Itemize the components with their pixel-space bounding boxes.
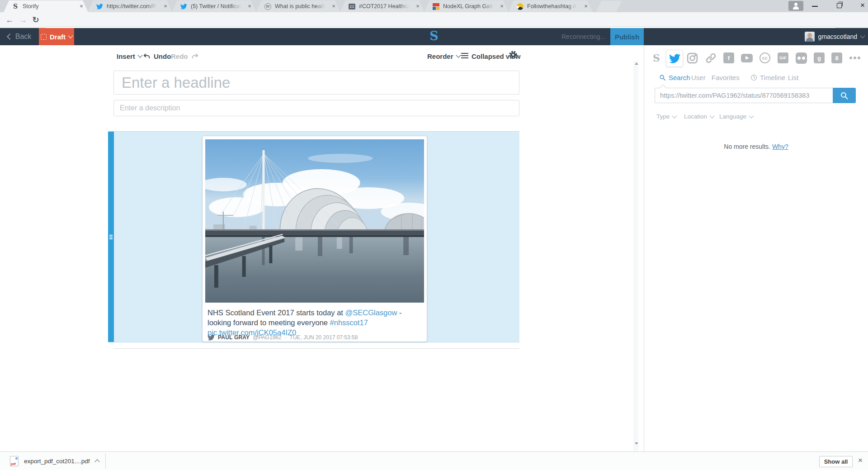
source-youtube-icon[interactable]: [739, 50, 755, 66]
tab-public-health[interactable]: W What is public health? So: [256, 0, 340, 12]
gif-icon: GIF: [778, 52, 788, 63]
source-storify-icon[interactable]: S: [648, 50, 665, 66]
draft-label: Draft: [50, 33, 66, 41]
undo-button[interactable]: Undo: [143, 51, 171, 61]
no-results-text: No more results.: [724, 143, 770, 150]
headline-input[interactable]: [113, 71, 519, 95]
tab-close-icon[interactable]: [499, 3, 505, 9]
tweet-timestamp[interactable]: TUE, JUN 20 2017 07:53:58: [290, 334, 358, 341]
tab-close-icon[interactable]: [246, 3, 253, 9]
source-google-icon[interactable]: g: [811, 50, 827, 66]
why-link[interactable]: Why?: [772, 143, 788, 150]
scroll-down-arrow-icon[interactable]: [635, 442, 638, 445]
pdf-file-icon: e pdf: [10, 456, 19, 466]
download-filename[interactable]: export_pdf_cot201....pdf: [24, 458, 90, 465]
tab-list[interactable]: List: [788, 74, 798, 81]
story-element[interactable]: NHS Scotland Event 2017 starts today at …: [108, 131, 519, 342]
tab-title: Followthehashtag // Twit: [527, 3, 579, 9]
tab-close-icon[interactable]: [583, 3, 589, 9]
scroll-up-arrow-icon[interactable]: [635, 62, 638, 65]
download-shelf: e pdf export_pdf_cot201....pdf Show all: [0, 451, 868, 470]
undo-label: Undo: [154, 52, 171, 60]
settings-gear-button[interactable]: [508, 50, 518, 60]
insert-button[interactable]: Insert: [117, 51, 142, 61]
user-menu[interactable]: gmacscotland: [805, 28, 864, 45]
filter-location-label: Location: [684, 113, 707, 120]
tab-cot2017[interactable]: #COT2017 Healthcare So: [340, 0, 425, 12]
tweet-hashtag-link[interactable]: #nhsscot17: [330, 318, 368, 327]
twitter-favicon: [96, 3, 103, 10]
source-instagram-icon[interactable]: [684, 50, 700, 66]
back-button[interactable]: Back: [0, 28, 39, 45]
window-close-button[interactable]: [858, 1, 867, 10]
tab-close-icon[interactable]: [415, 3, 421, 9]
insert-label: Insert: [117, 52, 135, 60]
source-flickr-icon[interactable]: [793, 50, 809, 66]
tab-close-icon[interactable]: [330, 3, 337, 9]
chevron-up-icon[interactable]: [94, 459, 99, 464]
storify-favicon: S: [12, 3, 19, 10]
redo-label: Redo: [171, 52, 188, 60]
tab-twitter-status[interactable]: https://twitter.com/PAG1: [88, 0, 172, 12]
chevron-down-icon: [137, 52, 142, 57]
back-icon[interactable]: [4, 14, 15, 26]
tab-user[interactable]: User: [691, 74, 706, 81]
draft-button[interactable]: Draft: [39, 28, 74, 45]
source-sidebar: S f cc GIF g 8: [644, 45, 868, 451]
reload-icon[interactable]: [30, 14, 42, 26]
tab-nodexl[interactable]: NodeXL Graph Gallery: G: [424, 0, 509, 12]
tab-title: (5) Twitter / Notifications: [191, 3, 243, 9]
tab-close-icon[interactable]: [162, 3, 169, 9]
undo-icon: [143, 52, 151, 60]
reorder-button[interactable]: Reorder: [427, 51, 460, 61]
download-item[interactable]: e pdf export_pdf_cot201....pdf: [10, 454, 99, 468]
twitter-bird-icon: [208, 334, 215, 341]
source-twitter-icon[interactable]: [666, 50, 683, 67]
drag-handle-icon[interactable]: [109, 235, 113, 240]
tweet-photo: [205, 139, 424, 303]
filter-location[interactable]: Location: [684, 113, 714, 120]
tab-favorites[interactable]: Favorites: [712, 74, 740, 81]
sidebar-search-input[interactable]: [655, 88, 833, 103]
description-input[interactable]: [113, 100, 519, 116]
source-googleplus-icon[interactable]: 8: [829, 50, 845, 66]
editor-scrollbar[interactable]: [634, 61, 638, 453]
search-icon: [659, 74, 666, 81]
tab-twitter-notifications[interactable]: (5) Twitter / Notifications: [172, 0, 256, 12]
window-minimize-button[interactable]: [812, 6, 818, 7]
show-all-button[interactable]: Show all: [819, 456, 853, 467]
sidebar-search-button[interactable]: [833, 88, 856, 103]
tweet-author[interactable]: PAUL GRAY: [218, 334, 250, 341]
storify-icon: S: [653, 52, 660, 64]
tweet-handle[interactable]: @PAG1962: [253, 334, 281, 341]
tweet-attribution: PAUL GRAY @PAG1962 · TUE, JUN 20 2017 07…: [208, 334, 358, 341]
tweet-card[interactable]: NHS Scotland Event 2017 starts today at …: [202, 136, 427, 342]
source-giphy-icon[interactable]: GIF: [775, 50, 791, 66]
browser-profile-icon[interactable]: [788, 1, 803, 11]
google-icon: g: [814, 52, 825, 63]
back-label: Back: [15, 33, 32, 41]
shelf-close-icon[interactable]: [858, 456, 863, 465]
window-restore-button[interactable]: [837, 3, 842, 8]
browser-tab-bar: S Storify https://twitter.com/PAG1 (5) T…: [0, 0, 868, 12]
filter-language[interactable]: Language: [719, 113, 753, 120]
youtube-icon: [741, 54, 753, 62]
source-creative-commons-icon[interactable]: cc: [757, 50, 773, 66]
tab-close-icon[interactable]: [78, 3, 85, 9]
source-more-button[interactable]: [847, 50, 863, 66]
publish-button[interactable]: Publish: [610, 28, 644, 45]
source-link-icon[interactable]: [703, 50, 719, 66]
twitter-favicon: [180, 3, 187, 10]
clock-icon: [750, 74, 757, 81]
tab-title: What is public health? So: [275, 3, 327, 9]
new-tab-button[interactable]: [596, 1, 622, 12]
element-drag-bar[interactable]: [108, 132, 114, 342]
chevron-down-icon: [709, 113, 714, 118]
tweet-mention-link[interactable]: @SECGlasgow: [345, 309, 397, 317]
tab-storify[interactable]: S Storify: [4, 0, 88, 12]
tab-search[interactable]: Search: [659, 74, 690, 81]
tab-followthehashtag[interactable]: Followthehashtag // Twit: [508, 0, 593, 12]
filter-type[interactable]: Type: [656, 113, 676, 120]
tab-timeline[interactable]: Timeline: [750, 74, 785, 81]
source-facebook-icon[interactable]: f: [721, 50, 737, 66]
